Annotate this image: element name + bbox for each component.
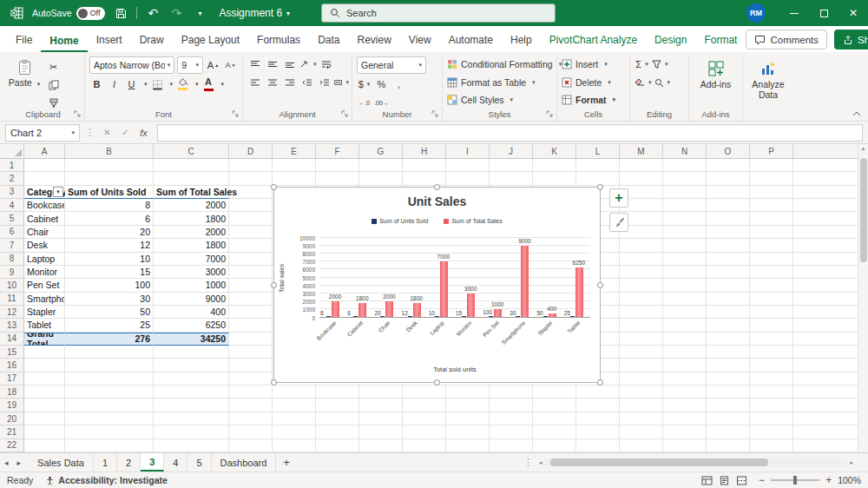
cell-P11[interactable] xyxy=(750,293,793,306)
cell-M19[interactable] xyxy=(620,399,663,412)
comments-button[interactable]: Comments xyxy=(746,30,827,49)
cell-N2[interactable] xyxy=(663,172,707,185)
addins-button[interactable]: Add-ins xyxy=(694,56,738,89)
column-header-B[interactable]: B xyxy=(65,144,154,159)
sheet-tab-2[interactable]: 2 xyxy=(117,453,141,472)
bar-sales[interactable] xyxy=(575,267,583,317)
cell-D6[interactable] xyxy=(229,226,273,239)
cell-P15[interactable] xyxy=(750,346,793,359)
bar-sales[interactable] xyxy=(467,293,475,317)
excel-app-icon[interactable] xyxy=(9,4,24,22)
bar-sales[interactable] xyxy=(521,246,529,317)
conditional-formatting-button[interactable]: Conditional Formatting ▾ xyxy=(447,56,552,72)
cell-M16[interactable] xyxy=(620,359,663,372)
cell-N19[interactable] xyxy=(663,399,707,412)
cell-M8[interactable] xyxy=(620,253,663,266)
tab-formulas[interactable]: Formulas xyxy=(248,29,309,52)
cell-O10[interactable] xyxy=(707,279,750,292)
accessibility-status[interactable]: Accessibility: Investigate xyxy=(45,475,167,485)
cell-C10[interactable]: 1000 xyxy=(154,279,229,292)
cell-A14[interactable]: Grand Total xyxy=(24,333,65,346)
row-header-6[interactable]: 6 xyxy=(0,226,24,239)
cell-B14[interactable]: 276 xyxy=(65,333,154,346)
cell-N8[interactable] xyxy=(663,253,707,266)
cell-M1[interactable] xyxy=(620,159,663,172)
cell-B10[interactable]: 100 xyxy=(65,279,154,292)
cell-O18[interactable] xyxy=(707,386,750,399)
row-header-19[interactable]: 19 xyxy=(0,399,24,412)
column-header-P[interactable]: P xyxy=(750,144,793,159)
cell-N3[interactable] xyxy=(663,186,707,199)
cell-N17[interactable] xyxy=(663,373,707,386)
cell-B8[interactable]: 10 xyxy=(65,253,154,266)
clipboard-dialog-launcher[interactable] xyxy=(74,110,82,118)
cell-N9[interactable] xyxy=(663,266,707,279)
cell-O8[interactable] xyxy=(707,253,750,266)
cell-N10[interactable] xyxy=(663,279,707,292)
clear-button[interactable]: ▾ xyxy=(635,75,652,90)
bar-sales[interactable] xyxy=(549,313,556,317)
bar-sales[interactable] xyxy=(440,261,448,317)
align-top-button[interactable] xyxy=(247,56,262,72)
cell-O12[interactable] xyxy=(707,306,750,319)
row-header-21[interactable]: 21 xyxy=(0,425,24,439)
accounting-format-button[interactable]: $▾ xyxy=(357,76,372,92)
cell-F20[interactable] xyxy=(316,412,359,425)
autosave-toggle[interactable]: AutoSave Off xyxy=(32,7,105,20)
row-header-1[interactable]: 1 xyxy=(0,159,24,172)
align-bottom-button[interactable] xyxy=(282,56,297,72)
cell-N7[interactable] xyxy=(663,239,707,252)
cell-G22[interactable] xyxy=(359,439,403,452)
cell-K1[interactable] xyxy=(533,159,576,172)
tab-page-layout[interactable]: Page Layout xyxy=(173,29,248,52)
cell-P19[interactable] xyxy=(750,399,793,412)
cell-B9[interactable]: 15 xyxy=(65,266,154,279)
font-size-select[interactable]: 9▾ xyxy=(177,56,203,74)
cell-D21[interactable] xyxy=(229,425,273,439)
copy-button[interactable] xyxy=(46,77,61,93)
cell-K21[interactable] xyxy=(533,425,576,439)
row-header-22[interactable]: 22 xyxy=(0,439,24,452)
borders-button[interactable] xyxy=(150,76,165,92)
cell-O4[interactable] xyxy=(707,199,750,212)
chart-plot[interactable]: 82000Bookcase61800Cabinet202000Chair1218… xyxy=(319,238,590,318)
cell-L1[interactable] xyxy=(576,159,620,172)
cell-F21[interactable] xyxy=(316,425,359,439)
cell-D18[interactable] xyxy=(229,386,273,399)
document-title[interactable]: Assignment 6 ▾ xyxy=(219,7,290,19)
cell-G18[interactable] xyxy=(359,386,403,399)
chart-x-axis-title[interactable]: Total sold units xyxy=(319,366,590,373)
cell-N4[interactable] xyxy=(663,199,707,212)
cell-H20[interactable] xyxy=(403,412,446,425)
cell-C1[interactable] xyxy=(154,159,229,172)
bar-units[interactable] xyxy=(543,316,548,317)
cell-N11[interactable] xyxy=(663,293,707,306)
chevron-down-icon[interactable]: ▾ xyxy=(170,81,174,88)
cell-N5[interactable] xyxy=(663,212,707,225)
cell-B17[interactable] xyxy=(65,373,154,386)
column-header-J[interactable]: J xyxy=(490,144,533,159)
sheet-tab-5[interactable]: 5 xyxy=(187,453,211,472)
delete-cells-button[interactable]: Delete ▾ xyxy=(562,75,625,90)
cell-J22[interactable] xyxy=(490,439,533,452)
cell-B2[interactable] xyxy=(65,172,154,185)
cell-P17[interactable] xyxy=(750,373,793,386)
cell-P18[interactable] xyxy=(750,386,793,399)
cell-O19[interactable] xyxy=(707,399,750,412)
cell-D10[interactable] xyxy=(229,279,273,292)
cell-C19[interactable] xyxy=(154,399,229,412)
tab-view[interactable]: View xyxy=(400,29,440,52)
cell-D5[interactable] xyxy=(229,212,273,225)
align-left-button[interactable] xyxy=(247,75,262,90)
cell-J21[interactable] xyxy=(490,425,533,439)
cell-D8[interactable] xyxy=(229,253,273,266)
cell-A11[interactable]: Smartphone xyxy=(24,293,65,306)
cell-N13[interactable] xyxy=(663,319,707,332)
cell-O22[interactable] xyxy=(707,439,750,452)
cell-A13[interactable]: Tablet xyxy=(24,319,65,332)
cell-C17[interactable] xyxy=(154,373,229,386)
cell-B7[interactable]: 12 xyxy=(65,239,154,252)
cell-E2[interactable] xyxy=(273,172,316,185)
cell-A6[interactable]: Chair xyxy=(24,226,65,239)
horizontal-scroll-track[interactable] xyxy=(545,458,848,466)
